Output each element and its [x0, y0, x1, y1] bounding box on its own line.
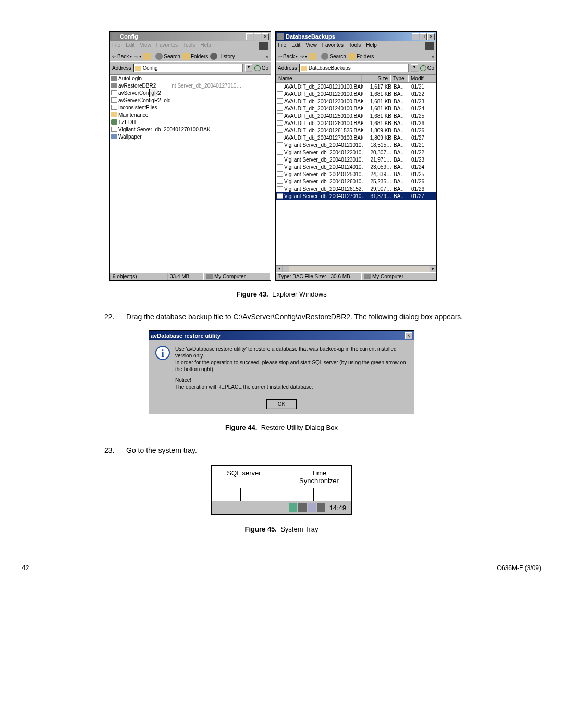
cell-name: AVAUDIT_db_200401240100.BAK [284, 106, 363, 112]
menu-view[interactable]: View [140, 42, 151, 50]
titlebar[interactable]: DatabaseBackups _ □ × [276, 32, 436, 41]
table-row[interactable]: AVAUDIT_db_200401210100.BAK1,617 KBBA…01… [276, 83, 436, 90]
status-type: Type: BAC File Size: 30.6 MB [276, 273, 362, 280]
chevron-icon[interactable]: » [431, 54, 434, 59]
table-row[interactable]: AVAUDIT_db_200401261525.BAK1,809 KBBA…01… [276, 127, 436, 134]
column-headers[interactable]: Name Size Type Modif [276, 75, 436, 83]
cell-modified: 01/23 [409, 98, 424, 104]
menu-favorites[interactable]: Favorites [156, 42, 178, 50]
table-row[interactable]: Vigilant Server_db_20040125010…24,339…BA… [276, 170, 436, 178]
tray-icon[interactable] [298, 503, 307, 512]
list-item[interactable]: avRestoreDBR2 nt Server_db_20040127010… [110, 82, 271, 89]
col-modified[interactable]: Modif [408, 75, 436, 82]
maximize-button[interactable]: □ [254, 33, 261, 40]
cell-modified: 01/27 [409, 135, 424, 141]
titlebar[interactable]: Config _ □ × [110, 32, 271, 41]
col-name[interactable]: Name [276, 75, 362, 82]
search-button[interactable]: Search [155, 53, 180, 60]
list-item[interactable]: AutoLogin [110, 75, 271, 82]
folders-button[interactable]: Folders [182, 53, 208, 60]
tray-icon[interactable] [308, 503, 316, 512]
menu-tools[interactable]: Tools [183, 42, 195, 50]
up-icon[interactable] [143, 53, 151, 60]
table-row[interactable]: Vigilant Server_db_20040122010…20,307…BA… [276, 149, 436, 156]
menu-view[interactable]: View [305, 42, 317, 50]
tray-icon[interactable] [317, 503, 325, 512]
list-item[interactable]: Maintenance [110, 111, 271, 118]
cell-type: BA… [391, 106, 409, 112]
maximize-button[interactable]: □ [420, 33, 427, 40]
dialog-titlebar[interactable]: avDatabase restore utility × [149, 331, 414, 340]
close-button[interactable]: × [405, 332, 412, 339]
table-row[interactable]: Vigilant Server_db_20040126152…29,907…BA… [276, 185, 436, 192]
minimize-button[interactable]: _ [412, 33, 419, 40]
close-button[interactable]: × [427, 33, 435, 40]
list-item[interactable]: TZEDIT [110, 118, 271, 126]
folders-button[interactable]: Folders [348, 53, 374, 60]
address-dropdown[interactable]: ▾ [411, 64, 418, 72]
system-tray-figure: SQL server Time Synchronizer 14:49 [211, 465, 352, 515]
minimize-button[interactable]: _ [246, 33, 253, 40]
step-23: 23. Go to the system tray. [104, 446, 542, 454]
table-row[interactable]: Vigilant Server_db_20040127010…31,379…BA… [276, 192, 436, 200]
table-row[interactable]: Vigilant Server_db_20040126010…25,235…BA… [276, 178, 436, 185]
menu-help[interactable]: Help [200, 42, 211, 50]
menu-file[interactable]: File [278, 42, 286, 50]
list-item[interactable]: avServerConfigR2_old [110, 96, 271, 104]
table-row[interactable]: AVAUDIT_db_200401240100.BAK1,681 KBBA…01… [276, 105, 436, 112]
list-item[interactable]: Vigilant Server_db_200401270100.BAK [110, 126, 271, 133]
address-input[interactable]: Config [133, 64, 243, 72]
menu-favorites[interactable]: Favorites [322, 42, 344, 50]
throbber-icon [259, 42, 268, 50]
table-row[interactable]: Vigilant Server_db_20040123010…21,971…BA… [276, 156, 436, 163]
horizontal-scrollbar[interactable]: ◂ ▸ [276, 265, 436, 272]
list-item[interactable]: Wallpaper [110, 133, 271, 140]
back-button[interactable]: ⇦Back▾ [278, 54, 298, 59]
menu-file[interactable]: File [112, 42, 120, 50]
col-size[interactable]: Size [362, 75, 390, 82]
go-button[interactable]: Go [254, 65, 268, 71]
menu-edit[interactable]: Edit [291, 42, 300, 50]
table-row[interactable]: AVAUDIT_db_200401260100.BAK1,681 KBBA…01… [276, 119, 436, 127]
cell-size: 21,971… [363, 157, 391, 163]
status-location: My Computer [204, 273, 271, 280]
menu-edit[interactable]: Edit [126, 42, 134, 50]
toolbar: ⇦Back▾ ⇨▾ Search Folders History » [110, 51, 271, 61]
list-item[interactable]: InconsistentFiles [110, 104, 271, 111]
table-row[interactable]: Vigilant Server_db_20040121010…18,515…BA… [276, 141, 436, 149]
table-row[interactable]: Vigilant Server_db_20040124010…23,059…BA… [276, 163, 436, 170]
col-type[interactable]: Type [390, 75, 408, 82]
status-objects: 9 object(s) [110, 273, 167, 280]
menu-help[interactable]: Help [366, 42, 377, 50]
table-row[interactable]: AVAUDIT_db_200401270100.BAK1,809 KBBA…01… [276, 134, 436, 141]
scroll-thumb[interactable] [283, 266, 289, 272]
history-button[interactable]: History [210, 53, 235, 60]
search-button[interactable]: Search [321, 53, 346, 60]
list-item[interactable]: avServerConfigR2 [110, 89, 271, 96]
close-button[interactable]: × [262, 33, 269, 40]
cell-size: 1,681 KB [363, 106, 391, 112]
table-row[interactable]: AVAUDIT_db_200401220100.BAK1,681 KBBA…01… [276, 90, 436, 97]
address-input[interactable]: DatabaseBackups [299, 64, 409, 72]
back-button[interactable]: ⇦Back▾ [112, 54, 132, 59]
address-dropdown[interactable]: ▾ [245, 64, 252, 72]
scroll-right-button[interactable]: ▸ [430, 266, 436, 272]
scroll-left-button[interactable]: ◂ [276, 266, 283, 272]
forward-button[interactable]: ⇨▾ [300, 54, 307, 59]
go-button[interactable]: Go [420, 65, 434, 71]
tray-icon[interactable] [289, 503, 297, 512]
forward-button[interactable]: ⇨▾ [134, 54, 141, 59]
cell-type: BA… [391, 171, 409, 177]
clock[interactable]: 14:49 [326, 504, 349, 512]
menubar: File Edit View Favorites Tools Help [110, 41, 271, 51]
table-row[interactable]: AVAUDIT_db_200401250100.BAK1,681 KBBA…01… [276, 112, 436, 119]
file-list[interactable]: AutoLoginavRestoreDBR2 nt Server_db_2004… [110, 74, 271, 272]
up-icon[interactable] [309, 53, 316, 60]
file-list[interactable]: Name Size Type Modif AVAUDIT_db_20040121… [276, 74, 436, 265]
chevron-icon[interactable]: » [265, 54, 268, 59]
system-tray[interactable]: 14:49 [212, 501, 351, 514]
item-name: avServerConfigR2_old [118, 97, 171, 103]
menu-tools[interactable]: Tools [349, 42, 361, 50]
ok-button[interactable]: OK [267, 400, 296, 409]
table-row[interactable]: AVAUDIT_db_200401230100.BAK1,681 KBBA…01… [276, 97, 436, 105]
